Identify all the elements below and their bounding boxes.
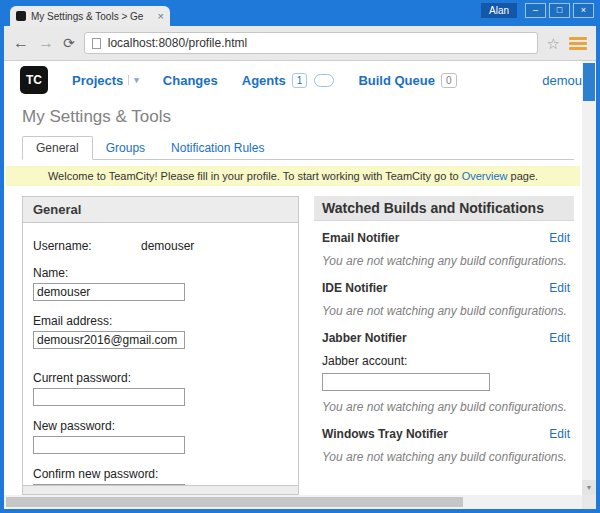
settings-tabs: General Groups Notification Rules (22, 136, 574, 160)
welcome-banner: Welcome to TeamCity! Please fill in your… (6, 166, 580, 186)
banner-text-after: page. (507, 170, 538, 182)
current-password-label: Current password: (33, 371, 288, 385)
name-field-group: Name: (33, 266, 288, 301)
page-icon (92, 38, 101, 49)
nav-build-queue[interactable]: Build Queue 0 (358, 73, 456, 88)
username-value: demouser (141, 239, 194, 253)
current-password-group: Current password: (33, 371, 288, 406)
name-input[interactable] (33, 283, 185, 301)
ide-notifier-edit-link[interactable]: Edit (549, 281, 570, 295)
new-password-input[interactable] (33, 436, 185, 454)
general-section: General Username: demouser Name: Email a… (22, 196, 299, 495)
forward-icon[interactable]: → (38, 35, 54, 51)
watched-builds-header: Watched Builds and Notifications (314, 196, 574, 221)
ide-notifier-note: You are not watching any build configura… (322, 304, 570, 318)
vertical-scrollbar-thumb[interactable] (583, 63, 595, 101)
overview-link[interactable]: Overview (462, 170, 508, 182)
scroll-down-icon[interactable]: ▼ (582, 480, 596, 495)
email-field-group: Email address: (33, 314, 288, 349)
current-password-input[interactable] (33, 388, 185, 406)
address-bar[interactable]: localhost:8080/profile.html (84, 32, 538, 54)
queue-count-badge: 0 (441, 73, 457, 88)
jabber-notifier-note: You are not watching any build configura… (322, 400, 570, 414)
nav-build-queue-label: Build Queue (358, 73, 435, 88)
watched-builds-section: Watched Builds and Notifications Email N… (314, 196, 574, 495)
scrollbar-corner (582, 495, 596, 509)
window-titlebar: My Settings & Tools > Ge × Alan – □ × (4, 0, 596, 26)
agents-count-badge: 1 (292, 73, 308, 88)
jabber-notifier-section: Jabber Notifier Edit Jabber account: You… (314, 321, 574, 417)
browser-menu-icon[interactable] (569, 37, 587, 50)
teamcity-favicon-icon (16, 11, 26, 21)
email-field[interactable] (33, 331, 185, 349)
nav-agents-label: Agents (242, 73, 286, 88)
bookmark-star-icon[interactable]: ☆ (547, 36, 560, 51)
teamcity-logo[interactable]: TC (20, 66, 48, 94)
settings-columns: General Username: demouser Name: Email a… (4, 186, 582, 495)
chevron-down-icon[interactable]: ▾ (128, 75, 139, 85)
tab-notification-rules[interactable]: Notification Rules (158, 137, 277, 159)
nav-agents[interactable]: Agents 1 (242, 73, 335, 88)
windows-tray-notifier-section: Windows Tray Notifier Edit You are not w… (314, 417, 574, 467)
email-notifier-section: Email Notifier Edit You are not watching… (314, 221, 574, 271)
close-button[interactable]: × (573, 3, 594, 18)
tab-groups[interactable]: Groups (93, 137, 158, 159)
page-title: My Settings & Tools (22, 107, 582, 127)
reload-icon[interactable]: ⟳ (63, 36, 75, 50)
confirm-password-label: Confirm new password: (33, 467, 288, 481)
browser-toolbar: ← → ⟳ localhost:8080/profile.html ☆ (4, 26, 596, 61)
username-label: Username: (33, 239, 141, 253)
jabber-notifier-title: Jabber Notifier (322, 331, 407, 345)
browser-tab[interactable]: My Settings & Tools > Ge × (10, 6, 170, 26)
horizontal-scrollbar-thumb[interactable] (6, 497, 463, 507)
email-label: Email address: (33, 314, 288, 328)
jabber-account-input[interactable] (322, 373, 490, 391)
windows-tray-notifier-title: Windows Tray Notifier (322, 427, 448, 441)
ide-notifier-section: IDE Notifier Edit You are not watching a… (314, 271, 574, 321)
back-icon[interactable]: ← (13, 35, 29, 51)
nav-changes-label: Changes (163, 73, 218, 88)
nav-projects[interactable]: Projects ▾ (72, 73, 139, 88)
horizontal-scrollbar[interactable] (4, 495, 582, 509)
jabber-notifier-edit-link[interactable]: Edit (549, 331, 570, 345)
vertical-scrollbar[interactable]: ▼ (582, 61, 596, 495)
agents-pool-icon (314, 74, 334, 87)
current-user-link[interactable]: demou (542, 73, 582, 88)
username-row: Username: demouser (33, 239, 288, 253)
page-content: TC Projects ▾ Changes Agents 1 Build Que… (4, 61, 582, 495)
next-section-header-partial (23, 485, 298, 494)
maximize-button[interactable]: □ (549, 3, 570, 18)
jabber-account-label: Jabber account: (322, 354, 570, 368)
os-user-badge[interactable]: Alan (481, 3, 517, 18)
confirm-password-group: Confirm new password: (33, 467, 288, 485)
window-controls: Alan – □ × (481, 3, 594, 18)
email-notifier-title: Email Notifier (322, 231, 399, 245)
general-section-header: General (23, 197, 298, 223)
email-notifier-note: You are not watching any build configura… (322, 254, 570, 268)
page-area: TC Projects ▾ Changes Agents 1 Build Que… (4, 61, 596, 509)
windows-tray-notifier-edit-link[interactable]: Edit (549, 427, 570, 441)
name-label: Name: (33, 266, 288, 280)
general-section-body: Username: demouser Name: Email address: (23, 223, 298, 485)
banner-text-before: Welcome to TeamCity! Please fill in your… (48, 170, 462, 182)
browser-tab-title: My Settings & Tools > Ge (31, 11, 153, 22)
teamcity-header: TC Projects ▾ Changes Agents 1 Build Que… (4, 61, 582, 99)
tab-general[interactable]: General (22, 136, 93, 160)
nav-changes[interactable]: Changes (163, 73, 218, 88)
new-password-label: New password: (33, 419, 288, 433)
email-notifier-edit-link[interactable]: Edit (549, 231, 570, 245)
windows-tray-notifier-note: You are not watching any build configura… (322, 450, 570, 464)
minimize-button[interactable]: – (525, 3, 546, 18)
tab-close-icon[interactable]: × (158, 11, 164, 21)
new-password-group: New password: (33, 419, 288, 454)
nav-projects-label: Projects (72, 73, 123, 88)
url-text[interactable]: localhost:8080/profile.html (108, 36, 247, 50)
browser-window: My Settings & Tools > Ge × Alan – □ × ← … (0, 0, 600, 513)
ide-notifier-title: IDE Notifier (322, 281, 387, 295)
